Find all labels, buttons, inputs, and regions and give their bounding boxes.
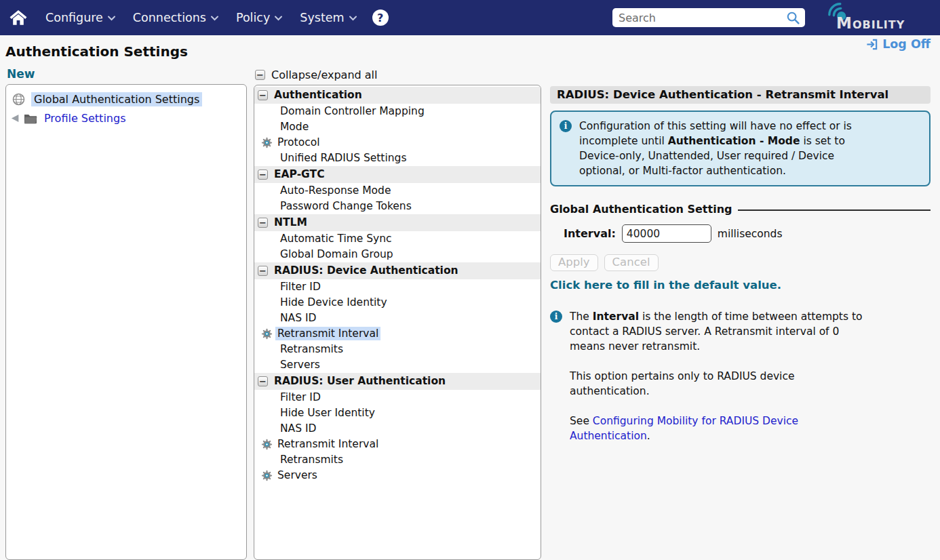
search-icon[interactable] [786, 11, 800, 28]
tree-item-label: Automatic Time Sync [278, 232, 394, 245]
tree-item[interactable]: Servers [254, 357, 541, 373]
info-text: The Interval is the length of time betwe… [570, 309, 862, 443]
tree-item[interactable]: NAS ID [254, 421, 541, 437]
tree-item-label: Servers [275, 468, 319, 482]
tree-item[interactable]: Filter ID [254, 279, 541, 295]
info-line: This option pertains only to RADIUS devi… [570, 370, 794, 382]
tree-item[interactable]: Filter ID [254, 390, 541, 405]
cancel-button[interactable]: Cancel [604, 254, 659, 271]
info-block: i The Interval is the length of time bet… [550, 309, 931, 443]
notice-line: Device-only, Unattended, User required /… [579, 150, 834, 162]
interval-row: Interval: milliseconds [550, 224, 931, 243]
chevron-down-icon [211, 16, 218, 21]
notice-box: i Configuration of this setting will hav… [550, 111, 931, 186]
page-title: Authentication Settings [5, 43, 188, 60]
home-button[interactable] [9, 9, 27, 26]
notice-line: optional, or Multi-factor authentication… [579, 165, 786, 177]
info-line: The [570, 311, 593, 323]
help-icon[interactable]: ? [372, 9, 389, 26]
tree-item[interactable]: Automatic Time Sync [254, 231, 541, 247]
collapse-icon[interactable]: − [258, 218, 268, 228]
info-icon: i [560, 120, 572, 132]
search-input[interactable] [612, 8, 805, 27]
tree-item[interactable]: NAS ID [254, 311, 541, 326]
collapse-icon[interactable]: − [258, 169, 268, 180]
info-line: means never retransmit. [570, 340, 700, 353]
section-eap-gtc: − EAP-GTC [254, 166, 541, 183]
tree-item-label: Unified RADIUS Settings [278, 151, 408, 165]
tree-item[interactable]: Hide User Identity [254, 405, 541, 421]
tree-item[interactable]: Domain Controller Mapping [254, 104, 541, 119]
tree-item[interactable]: Retransmits [254, 342, 541, 357]
info-icon: i [550, 311, 562, 323]
tree-item-label: Protocol [275, 136, 321, 149]
chevron-down-icon [349, 16, 357, 21]
section-title: RADIUS: User Authentication [274, 375, 446, 387]
tree-item[interactable]: Protocol [254, 135, 541, 151]
notice-line: is set to [800, 135, 844, 147]
notice-bold: Authentication - Mode [668, 135, 800, 147]
tree-item-label: Auto-Response Mode [278, 184, 393, 197]
tree-item[interactable]: Unified RADIUS Settings [254, 151, 541, 166]
tree-item-label: Retransmits [278, 342, 345, 356]
section-ntlm: − NTLM [254, 214, 541, 231]
tree-item[interactable]: Mode [254, 119, 541, 135]
apply-button[interactable]: Apply [550, 254, 598, 271]
menu-policy[interactable]: Policy [227, 11, 291, 24]
profile-tree-panel: Global Authentication Settings Profile S… [5, 84, 247, 560]
collapse-icon[interactable]: − [258, 266, 268, 276]
tree-item-label: Password Change Tokens [278, 199, 414, 213]
notice-line: incomplete until [579, 135, 668, 147]
logout-icon [865, 38, 878, 51]
fieldset-header: Global Authentication Setting [550, 203, 931, 216]
tree-item-label: NAS ID [278, 422, 318, 435]
interval-input[interactable] [622, 224, 711, 243]
tree-item[interactable]: Hide Device Identity [254, 295, 541, 311]
tree-node-label: Profile Settings [44, 112, 125, 125]
tree-item-label: Servers [278, 358, 322, 372]
menu-configure[interactable]: Configure [37, 11, 124, 24]
tree-node-global-auth-settings[interactable]: Global Authentication Settings [9, 89, 243, 109]
info-line: is the length of time between attempts t… [639, 311, 862, 323]
menu-system[interactable]: System [291, 11, 365, 24]
fieldset-title: Global Authentication Setting [550, 203, 732, 216]
chevron-down-icon [275, 16, 282, 21]
collapse-icon[interactable]: − [258, 376, 268, 386]
info-paragraph: The Interval is the length of time betwe… [570, 309, 862, 354]
doc-link[interactable]: Configuring Mobility for RADIUS DeviceAu… [570, 415, 798, 442]
collapse-all-icon[interactable]: − [255, 70, 265, 80]
chevron-down-icon [108, 16, 115, 21]
gear-icon [261, 137, 273, 148]
tree-item[interactable]: Auto-Response Mode [254, 183, 541, 199]
tree-node-profile-settings[interactable]: Profile Settings [9, 109, 243, 127]
tree-item[interactable]: Retransmit Interval [254, 437, 541, 452]
gear-icon [261, 328, 273, 340]
tree-item[interactable]: Servers [254, 468, 541, 483]
fill-default-link[interactable]: Click here to fill in the default value. [550, 279, 781, 292]
gear-icon [261, 439, 273, 450]
menu-label: Policy [236, 11, 270, 24]
section-radius-user-auth: − RADIUS: User Authentication [254, 373, 541, 390]
tree-item[interactable]: Retransmits [254, 452, 541, 468]
info-paragraph: This option pertains only to RADIUS devi… [570, 369, 862, 399]
collapse-icon[interactable]: − [258, 90, 268, 100]
logo-text: MOBILITY [836, 14, 905, 32]
tree-item[interactable]: Global Domain Group [254, 247, 541, 262]
tree-item-label: Domain Controller Mapping [278, 104, 427, 118]
section-title: EAP-GTC [274, 168, 325, 180]
button-row: Apply Cancel [550, 254, 931, 271]
new-link[interactable]: New [7, 67, 35, 81]
tree-item-label: Global Domain Group [278, 247, 395, 261]
collapse-triangle-icon[interactable] [11, 114, 20, 123]
header-strip: Authentication Settings Log Off [0, 35, 940, 65]
tree-item[interactable]: Password Change Tokens [254, 199, 541, 214]
top-navbar: Configure Connections Policy System ? [0, 0, 940, 35]
tree-item-selected[interactable]: Retransmit Interval [254, 326, 541, 342]
menu-connections[interactable]: Connections [124, 11, 227, 24]
info-paragraph: See Configuring Mobility for RADIUS Devi… [570, 414, 862, 443]
logoff-label: Log Off [882, 37, 931, 51]
info-line: . [647, 430, 650, 442]
tree-node-label: Global Authentication Settings [31, 92, 202, 106]
tree-item-label: Hide Device Identity [278, 296, 389, 309]
logoff-link[interactable]: Log Off [865, 37, 931, 51]
